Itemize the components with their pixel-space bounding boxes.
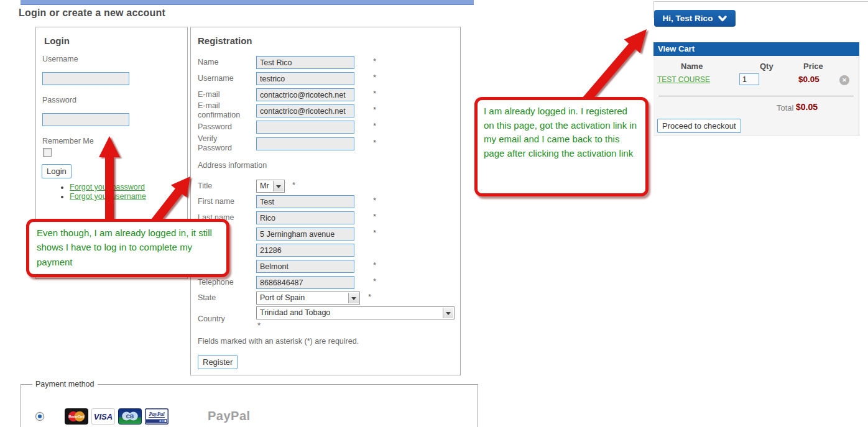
- required-asterisk: *: [373, 228, 376, 237]
- payment-method-fieldset: Payment method MasterCard VISA: [21, 380, 478, 427]
- svg-text:VISA: VISA: [94, 412, 113, 421]
- city-input[interactable]: [256, 260, 354, 273]
- state-select-value: Port of Spain: [260, 293, 305, 302]
- title-select-value: Mr: [260, 181, 269, 190]
- payment-method-radio[interactable]: [35, 412, 44, 421]
- payment-method-name: PayPal: [208, 409, 251, 423]
- item-price: $0.05: [798, 75, 820, 84]
- field-row-state: State Port of Spain *: [191, 292, 460, 306]
- field-row-name: Name *: [191, 56, 460, 70]
- field-label: E-mail confirmation: [198, 101, 247, 120]
- dropdown-arrow-icon[interactable]: [273, 181, 284, 191]
- login-password-input[interactable]: [42, 113, 129, 126]
- field-label: Telephone: [198, 278, 234, 287]
- zip-input[interactable]: [256, 244, 354, 257]
- field-row-username: Username *: [191, 72, 460, 86]
- top-accent-bar: [21, 0, 474, 5]
- login-heading: Login: [44, 35, 70, 46]
- list-item: Forgot your password: [70, 183, 146, 191]
- password-input[interactable]: [256, 121, 354, 134]
- field-row-zip: Zip code: [191, 244, 460, 258]
- field-row-password: Password *: [191, 121, 460, 135]
- arrow-to-user-button: [582, 29, 647, 104]
- country-select[interactable]: Trinidad and Tobago: [256, 306, 455, 319]
- forgot-username-link[interactable]: Forgot your username: [70, 192, 146, 201]
- user-menu-button[interactable]: Hi, Test Rico: [654, 10, 736, 27]
- country-select-value: Trinidad and Tobago: [260, 308, 330, 317]
- field-label: Username: [198, 74, 234, 83]
- last-name-input[interactable]: [256, 211, 354, 224]
- required-asterisk: *: [368, 292, 371, 301]
- field-label: State: [198, 293, 216, 302]
- address-input[interactable]: [256, 227, 354, 241]
- required-fields-note: Fields marked with an asterisk (*) are r…: [198, 337, 359, 346]
- svg-text:CB: CB: [126, 413, 134, 420]
- register-button[interactable]: Register: [198, 355, 238, 369]
- payment-method-legend: Payment method: [32, 380, 98, 388]
- address-section-label: Address information: [198, 161, 267, 170]
- verify-password-input[interactable]: [256, 137, 354, 150]
- view-cart-header: View Cart: [653, 42, 859, 56]
- field-label: Country: [198, 315, 225, 323]
- checkout-page: { "page": { "heading": "Login or create …: [0, 0, 868, 427]
- column-header-price: Price: [803, 62, 823, 71]
- required-asterisk: *: [373, 196, 376, 205]
- cart-item-link[interactable]: TEST COURSE: [657, 75, 710, 84]
- field-label: Title: [198, 181, 212, 190]
- required-asterisk: *: [373, 105, 376, 114]
- required-asterisk: *: [257, 321, 261, 330]
- user-menu-label: Hi, Test Rico: [663, 14, 713, 23]
- field-row-email: E-mail *: [191, 88, 460, 103]
- account-help-links: Forgot your password Forgot your usernam…: [58, 183, 146, 201]
- name-input[interactable]: [256, 56, 354, 69]
- field-label: Name: [198, 58, 218, 67]
- field-row-city: City *: [191, 260, 460, 274]
- field-row-telephone: Telephone *: [191, 276, 460, 290]
- dropdown-arrow-icon[interactable]: [443, 308, 453, 318]
- remember-me-checkbox[interactable]: [43, 148, 52, 157]
- password-label: Password: [42, 96, 76, 104]
- state-select[interactable]: Port of Spain: [256, 292, 360, 305]
- total-value: $0.05: [796, 102, 818, 112]
- remove-item-icon[interactable]: [839, 75, 849, 85]
- page-title: Login or create a new account: [19, 7, 165, 19]
- cb-icon: CB: [118, 408, 142, 425]
- required-asterisk: *: [292, 180, 295, 190]
- required-asterisk: *: [373, 260, 376, 270]
- field-row-country: Country Trinidad and Tobago *: [191, 306, 460, 321]
- chevron-down-icon: [718, 16, 727, 22]
- username-input[interactable]: [256, 72, 354, 85]
- visa-icon: VISA: [91, 408, 115, 425]
- email-confirmation-input[interactable]: [256, 104, 354, 117]
- field-label: E-mail: [198, 90, 219, 99]
- field-row-first-name: First name *: [191, 195, 460, 209]
- telephone-input[interactable]: [256, 276, 354, 289]
- remember-me-label: Remember Me: [42, 137, 94, 145]
- field-row-title: Title Mr *: [191, 180, 460, 194]
- column-header-qty: Qty: [760, 62, 773, 71]
- login-button[interactable]: Login: [42, 164, 72, 178]
- dropdown-arrow-icon[interactable]: [348, 293, 359, 303]
- required-asterisk: *: [373, 57, 376, 66]
- cart-divider: [658, 96, 854, 96]
- cart-panel: Name Qty Price TEST COURSE $0.05 Total $…: [653, 56, 859, 136]
- svg-text:PayPal: PayPal: [149, 411, 165, 417]
- field-label: Verify Password: [198, 134, 247, 153]
- email-input[interactable]: [256, 88, 354, 101]
- annotation-login-note: Even though, I am already logged in, it …: [26, 219, 229, 277]
- first-name-input[interactable]: [256, 195, 354, 208]
- total-label: Total: [777, 103, 793, 112]
- required-asterisk: *: [373, 89, 376, 98]
- proceed-to-checkout-button[interactable]: Proceed to checkout: [657, 119, 741, 133]
- list-item: Forgot your username: [70, 192, 146, 201]
- registration-heading: Registration: [198, 35, 252, 46]
- column-header-name: Name: [681, 62, 703, 71]
- login-username-input[interactable]: [42, 72, 129, 85]
- quantity-input[interactable]: [739, 73, 759, 85]
- required-asterisk: *: [373, 138, 376, 147]
- title-select[interactable]: Mr: [256, 180, 285, 193]
- required-asterisk: *: [373, 212, 376, 221]
- field-row-last-name: Last name *: [191, 211, 460, 226]
- field-row-email-confirmation: E-mail confirmation *: [191, 104, 460, 119]
- forgot-password-link[interactable]: Forgot your password: [70, 183, 145, 191]
